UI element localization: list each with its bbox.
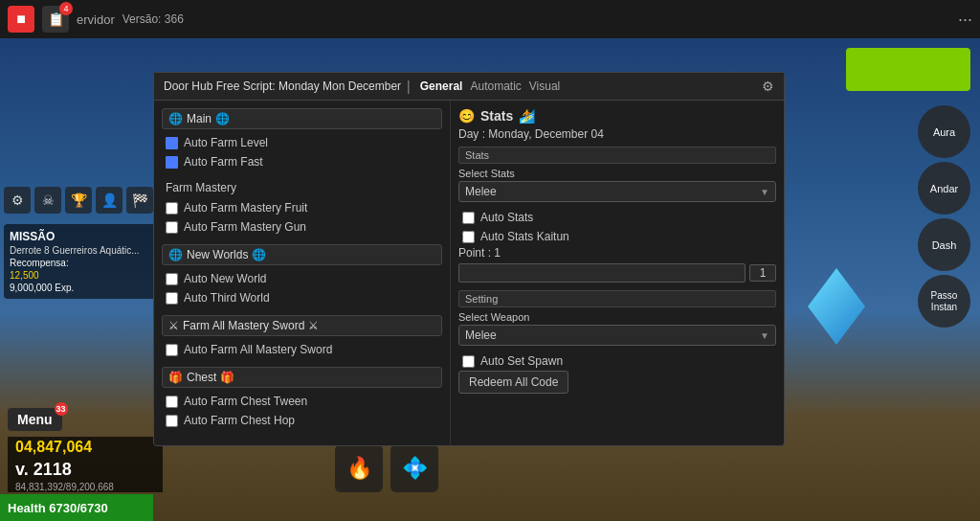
left-gear-row: ⚙ ☠ 🏆 👤 🏁 — [4, 187, 153, 214]
panel-header: Door Hub Free Script: Monday Mon Decembe… — [154, 73, 784, 101]
diamond-icon-btn[interactable]: 💠 — [390, 444, 438, 492]
auto-new-world-checkbox[interactable] — [166, 273, 178, 285]
auto-farm-level-label: Auto Farm Level — [184, 136, 268, 149]
section-chest-header: 🎁 Chest 🎁 — [162, 367, 442, 388]
menu-label: Menu — [17, 412, 53, 427]
chest-label: Chest — [187, 371, 216, 384]
aura-button[interactable]: Aura — [918, 105, 970, 158]
health-text: Health 6730/6730 — [8, 501, 108, 515]
tab-general[interactable]: General — [420, 79, 463, 93]
trophy-icon[interactable]: 🏆 — [65, 187, 92, 214]
auto-farm-mastery-gun-label: Auto Farm Mastery Gun — [184, 220, 306, 234]
auto-third-world-checkbox[interactable] — [166, 292, 178, 305]
auto-farm-all-mastery-sword-checkbox[interactable] — [166, 344, 178, 356]
auto-new-world-label: Auto New World — [184, 272, 266, 285]
section-main: 🌐 Main 🌐 Auto Farm Level Auto Farm Fast — [162, 108, 442, 171]
new-worlds-label: New Worlds — [187, 248, 248, 261]
section-farm-mastery: Farm Mastery Auto Farm Mastery Fruit Aut… — [162, 179, 442, 237]
version-label: Versão: 366 — [122, 12, 184, 26]
auto-farm-mastery-gun-item: Auto Farm Mastery Gun — [162, 217, 442, 237]
auto-farm-chest-hop-label: Auto Farm Chest Hop — [184, 414, 295, 427]
notification-icon[interactable]: 📋 4 — [42, 6, 69, 33]
farm-sword-label: Farm All Mastery Sword — [183, 319, 304, 332]
level-text: v. 2118 — [8, 458, 163, 482]
chest-icon-left: 🎁 — [168, 371, 183, 384]
tab-automatic[interactable]: Automatic — [470, 79, 521, 93]
point-slider[interactable] — [458, 263, 746, 283]
stats-emoji: 😊 — [458, 108, 475, 124]
health-bar: Health 6730/6730 — [0, 494, 153, 521]
panel-settings-icon[interactable]: ⚙ — [762, 79, 774, 94]
mission-box: MISSÃO Derrote 8 Guerreiros Aquátic... R… — [4, 224, 159, 299]
auto-stats-checkbox[interactable] — [462, 212, 475, 224]
more-button[interactable]: ··· — [958, 10, 972, 30]
auto-farm-all-mastery-sword-label: Auto Farm All Mastery Sword — [184, 343, 332, 356]
auto-set-spawn-checkbox[interactable] — [462, 355, 475, 368]
weapon-dropdown[interactable]: Melee ▼ — [458, 325, 776, 346]
character-icon[interactable]: 👤 — [96, 187, 122, 214]
farm-mastery-label: Farm Mastery — [162, 179, 442, 196]
redeem-all-code-button[interactable]: Redeem All Code — [458, 371, 568, 394]
panel-body: 🌐 Main 🌐 Auto Farm Level Auto Farm Fast … — [154, 101, 784, 445]
stats-dropdown[interactable]: Melee ▼ — [458, 181, 776, 202]
section-chest: 🎁 Chest 🎁 Auto Farm Chest Tween Auto Far… — [162, 367, 442, 430]
section-farm-sword-header: ⚔ Farm All Mastery Sword ⚔ — [162, 315, 442, 336]
mission-title: MISSÃO — [10, 230, 153, 243]
tab-visual[interactable]: Visual — [529, 79, 560, 93]
auto-farm-all-mastery-sword-item: Auto Farm All Mastery Sword — [162, 340, 442, 359]
point-input-row: 1 — [458, 263, 776, 283]
select-stats-label: Select Stats — [458, 168, 776, 179]
mission-exp: 9,000,000 Exp. — [10, 283, 153, 293]
top-bar: ■ 📋 4 ervidor Versão: 366 ··· — [0, 0, 980, 38]
auto-stats-kaitun-item: Auto Stats Kaitun — [458, 227, 776, 246]
andar-button[interactable]: Andar — [918, 162, 970, 215]
exp-text: 84,831,392/89,200,668 — [8, 482, 163, 492]
notification-badge: 4 — [59, 2, 73, 15]
fire-icon-btn[interactable]: 🔥 — [335, 444, 383, 492]
server-label: ervidor — [77, 12, 115, 27]
main-icon-left: 🌐 — [168, 112, 183, 125]
auto-farm-chest-hop-checkbox[interactable] — [166, 415, 178, 427]
passo-button[interactable]: Passo Instan — [918, 275, 970, 328]
point-value: 1 — [749, 264, 776, 282]
left-ui: MISSÃO Derrote 8 Guerreiros Aquátic... R… — [0, 220, 163, 306]
mission-reward-label: Recompensa: — [10, 258, 153, 268]
stats-icon2: 🏄 — [519, 108, 535, 124]
sword-icon-right: ⚔ — [308, 319, 319, 332]
auto-third-world-label: Auto Third World — [184, 291, 270, 305]
section-new-worlds: 🌐 New Worlds 🌐 Auto New World Auto Third… — [162, 244, 442, 307]
auto-farm-level-indicator — [166, 137, 178, 149]
auto-farm-mastery-fruit-label: Auto Farm Mastery Fruit — [184, 201, 307, 215]
auto-farm-level-item: Auto Farm Level — [162, 133, 442, 152]
auto-set-spawn-label: Auto Set Spawn — [480, 354, 563, 368]
bottom-icons: 🔥 💠 — [335, 444, 438, 492]
mission-subtitle: Derrote 8 Guerreiros Aquátic... — [10, 245, 153, 256]
flag-icon[interactable]: 🏁 — [126, 187, 153, 214]
chest-icon-right: 🎁 — [220, 371, 234, 384]
auto-farm-mastery-fruit-checkbox[interactable] — [166, 202, 178, 215]
dash-button[interactable]: Dash — [918, 218, 970, 271]
auto-farm-chest-tween-checkbox[interactable] — [166, 396, 178, 408]
section-new-worlds-header: 🌐 New Worlds 🌐 — [162, 244, 442, 265]
panel-title: Door Hub Free Script: Monday Mon Decembe… — [164, 79, 401, 93]
gear-icon[interactable]: ⚙ — [4, 187, 31, 214]
auto-farm-fast-label: Auto Farm Fast — [184, 155, 263, 169]
stats-subsection-label: Stats — [458, 147, 776, 164]
auto-stats-label: Auto Stats — [480, 211, 533, 224]
menu-button[interactable]: Menu 33 — [8, 408, 62, 431]
green-banner — [846, 48, 970, 91]
auto-stats-kaitun-checkbox[interactable] — [462, 231, 475, 243]
auto-stats-item: Auto Stats — [458, 208, 776, 227]
stats-label: Stats — [480, 108, 513, 124]
main-icon-right: 🌐 — [215, 112, 230, 125]
auto-farm-fast-indicator — [166, 156, 178, 169]
script-panel: Door Hub Free Script: Monday Mon Decembe… — [153, 72, 785, 446]
auto-farm-mastery-gun-checkbox[interactable] — [166, 221, 178, 234]
day-text: Day : Monday, December 04 — [458, 127, 776, 141]
skull-icon[interactable]: ☠ — [34, 187, 61, 214]
roblox-logo[interactable]: ■ — [8, 6, 34, 33]
separator: | — [407, 79, 411, 94]
mission-gold: 12,500 — [10, 270, 153, 281]
auto-farm-mastery-fruit-item: Auto Farm Mastery Fruit — [162, 198, 442, 217]
setting-label: Setting — [458, 290, 776, 307]
